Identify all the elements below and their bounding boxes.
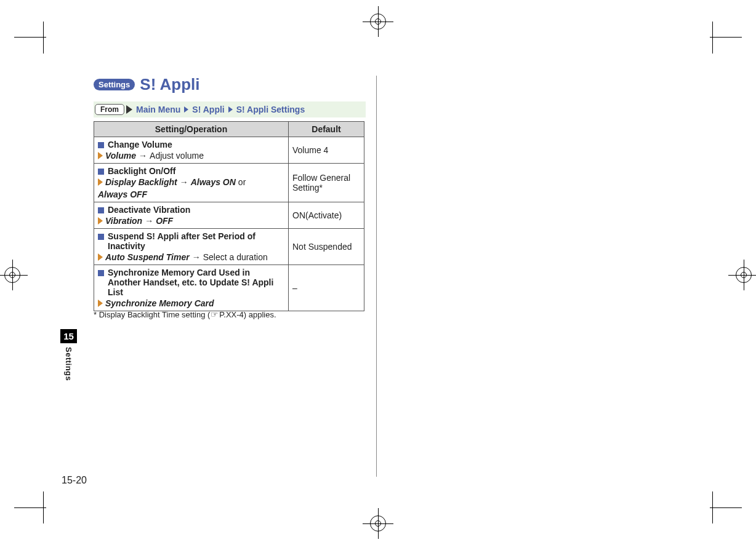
col-header-setting: Setting/Operation [94,122,289,137]
column-gutter-line [376,76,377,477]
path-primary: Volume [105,151,136,161]
chapter-side-tab: 15 Settings [60,329,77,381]
path-primary: Synchronize Memory Card [105,298,214,308]
section-heading: Settings S! Appli [94,75,200,94]
row-title: Synchronize Memory Card Used in Another … [108,268,284,297]
breadcrumb: From Main Menu S! Appli S! Appli Setting… [94,101,366,117]
chevron-right-icon [98,178,103,186]
square-bullet-icon [98,234,104,240]
table-header-row: Setting/Operation Default [94,122,364,137]
default-value: Volume 4 [289,137,364,164]
chevron-right-icon [98,152,103,159]
settings-table: Setting/Operation Default Change Volume … [94,121,364,311]
page-number: 15-20 [62,475,87,486]
pointing-hand-icon [210,310,219,319]
footnote-text-post: ) applies. [244,310,276,319]
from-badge: From [95,104,124,115]
square-bullet-icon [98,142,104,148]
section-title: S! Appli [140,75,199,94]
footnote: * Display Backlight Time setting (P.XX-4… [94,309,364,319]
path-primary: Auto Suspend Timer [105,252,190,262]
arrow-right-thin-icon [192,252,201,262]
arrow-right-thin-icon [180,177,188,187]
table-row: Deactivate Vibration Vibration OFF ON(Ac… [94,202,364,229]
row-title: Backlight On/Off [108,166,284,176]
breadcrumb-item-s-appli: S! Appli [192,105,224,114]
path-after: Adjust volume [150,151,204,161]
footnote-text-pre: Display Backlight Time setting ( [97,310,210,319]
breadcrumb-item-s-appli-settings: S! Appli Settings [236,105,305,114]
from-badge-tail-icon [126,105,132,114]
row-title: Deactivate Vibration [108,205,284,215]
registration-target-left [2,265,23,285]
table-row: Change Volume Volume Adjust volume Volum… [94,137,364,164]
registration-target-bottom [368,513,388,534]
arrow-right-icon [184,106,188,113]
path-option-b: Always OFF [98,189,147,199]
square-bullet-icon [98,169,104,175]
registration-target-right [733,265,754,285]
path-option-a: OFF [156,216,173,226]
default-value: – [289,265,364,311]
footnote-page-ref: P.XX-4 [219,310,244,319]
arrow-right-thin-icon [139,151,147,161]
path-connector: or [238,177,246,187]
row-title: Suspend S! Appli after Set Period of Ina… [108,231,284,251]
default-value: ON(Activate) [289,202,364,229]
table-row: Synchronize Memory Card Used in Another … [94,265,364,311]
chapter-number-chip: 15 [60,329,77,343]
breadcrumb-item-main-menu: Main Menu [136,105,180,114]
path-option-a: Always ON [191,177,236,187]
settings-pill: Settings [94,79,135,90]
chevron-right-icon [98,300,103,307]
registration-target-top [368,11,388,32]
default-value: Follow General Setting* [289,164,364,202]
row-title: Change Volume [108,140,284,149]
chapter-label-vertical: Settings [64,347,73,381]
arrow-right-thin-icon [145,216,153,226]
table-row: Backlight On/Off Display Backlight Alway… [94,164,364,202]
table-row: Suspend S! Appli after Set Period of Ina… [94,229,364,265]
path-primary: Display Backlight [105,177,177,187]
chevron-right-icon [98,217,103,225]
arrow-right-icon [228,106,233,113]
chevron-right-icon [98,253,103,261]
col-header-default: Default [289,122,364,137]
square-bullet-icon [98,270,104,276]
square-bullet-icon [98,207,104,213]
path-after: Select a duration [203,252,268,262]
path-primary: Vibration [105,216,142,226]
default-value: Not Suspended [289,229,364,265]
